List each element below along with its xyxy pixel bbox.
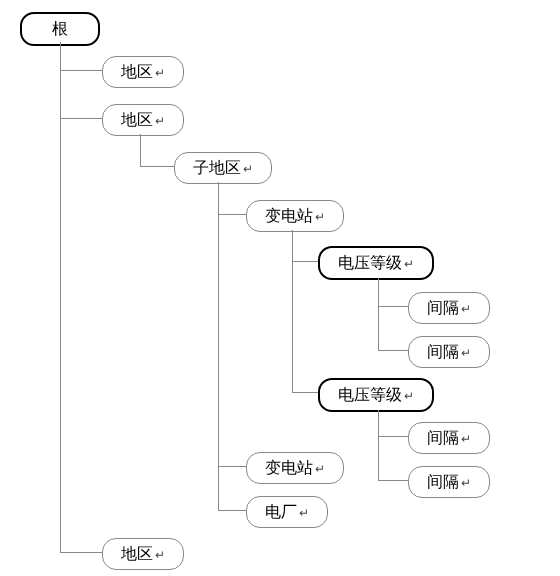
node-region-1: 地区↵ [102, 56, 184, 88]
label-bay-3: 间隔 [427, 429, 459, 446]
node-bay-2: 间隔↵ [408, 336, 490, 368]
return-mark: ↵ [461, 432, 471, 446]
connector [378, 436, 408, 437]
node-substation-1: 变电站↵ [246, 200, 344, 232]
return-mark: ↵ [155, 114, 165, 128]
connector [60, 70, 102, 71]
connector [140, 166, 174, 167]
return-mark: ↵ [461, 302, 471, 316]
node-voltage-1: 电压等级↵ [318, 246, 434, 280]
node-voltage-2: 电压等级↵ [318, 378, 434, 412]
node-region-3: 地区↵ [102, 538, 184, 570]
node-bay-3: 间隔↵ [408, 422, 490, 454]
return-mark: ↵ [315, 210, 325, 224]
connector [218, 182, 219, 511]
connector [378, 278, 379, 351]
label-bay-2: 间隔 [427, 343, 459, 360]
label-plant: 电厂 [265, 503, 297, 520]
node-subregion: 子地区↵ [174, 152, 272, 184]
connector [292, 392, 318, 393]
label-region-2: 地区 [121, 111, 153, 128]
connector [378, 410, 379, 481]
return-mark: ↵ [404, 389, 414, 403]
return-mark: ↵ [155, 66, 165, 80]
connector [218, 466, 246, 467]
label-voltage-1: 电压等级 [338, 254, 402, 271]
label-substation-1: 变电站 [265, 207, 313, 224]
label-root: 根 [52, 20, 68, 37]
connector [292, 230, 293, 393]
connector [292, 261, 318, 262]
connector [140, 134, 141, 167]
label-region-1: 地区 [121, 63, 153, 80]
connector [378, 480, 408, 481]
node-region-2: 地区↵ [102, 104, 184, 136]
connector [378, 350, 408, 351]
return-mark: ↵ [461, 476, 471, 490]
label-region-3: 地区 [121, 545, 153, 562]
connector [218, 214, 246, 215]
return-mark: ↵ [299, 506, 309, 520]
connector [378, 306, 408, 307]
label-bay-4: 间隔 [427, 473, 459, 490]
connector [60, 118, 102, 119]
return-mark: ↵ [243, 162, 253, 176]
node-bay-1: 间隔↵ [408, 292, 490, 324]
connector [60, 552, 102, 553]
label-subregion: 子地区 [193, 159, 241, 176]
connector [218, 510, 246, 511]
node-bay-4: 间隔↵ [408, 466, 490, 498]
label-substation-2: 变电站 [265, 459, 313, 476]
node-substation-2: 变电站↵ [246, 452, 344, 484]
label-bay-1: 间隔 [427, 299, 459, 316]
return-mark: ↵ [404, 257, 414, 271]
return-mark: ↵ [315, 462, 325, 476]
return-mark: ↵ [155, 548, 165, 562]
node-plant: 电厂↵ [246, 496, 328, 528]
return-mark: ↵ [461, 346, 471, 360]
label-voltage-2: 电压等级 [338, 386, 402, 403]
